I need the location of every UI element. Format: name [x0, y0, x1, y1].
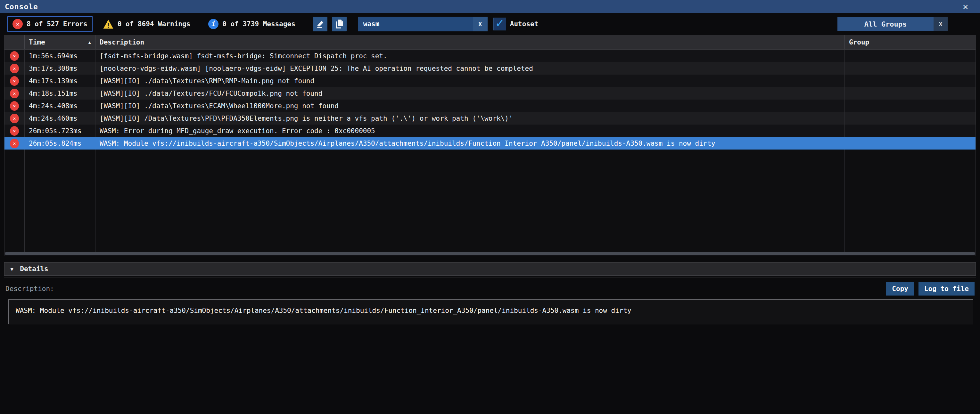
clear-console-button[interactable]	[313, 17, 328, 32]
checkmark-icon: ✓	[496, 16, 504, 29]
error-icon: ✕	[10, 114, 19, 123]
row-description: [fsdt-msfs-bridge.wasm] fsdt-msfs-bridge…	[95, 50, 845, 62]
row-group	[845, 87, 975, 100]
details-toolbar: Description: Copy Log to file	[5, 281, 975, 297]
row-time: 26m:05s.824ms	[25, 137, 95, 149]
description-label: Description:	[5, 285, 54, 293]
warning-icon	[103, 19, 114, 29]
row-time: 4m:17s.139ms	[25, 75, 95, 87]
row-description: [WASM][IO] /Data\Textures\PFD\PFDA350Ele…	[95, 112, 845, 125]
row-group	[845, 75, 975, 87]
row-group	[845, 125, 975, 137]
console-table-body: ✕1m:56s.694ms[fsdt-msfs-bridge.wasm] fsd…	[5, 50, 975, 149]
row-group	[845, 100, 975, 112]
details-separator	[4, 278, 976, 278]
autoset-checkbox[interactable]: ✓	[493, 17, 506, 30]
row-severity-cell: ✕	[5, 112, 25, 125]
row-group	[845, 112, 975, 125]
row-severity-cell: ✕	[5, 100, 25, 112]
error-icon: ✕	[10, 76, 19, 86]
error-icon: ✕	[10, 51, 19, 61]
table-row[interactable]: ✕26m:05s.824msWASM: Module vfs://inibuil…	[5, 137, 975, 149]
log-to-file-button[interactable]: Log to file	[918, 282, 975, 295]
row-description: [WASM][IO] ./data\Textures\RMP\RMP-Main.…	[95, 75, 845, 87]
details-header[interactable]: ▼ Details	[4, 262, 976, 276]
filler-group-column	[845, 149, 975, 252]
row-time: 4m:24s.460ms	[25, 112, 95, 125]
chevron-down-icon: ▼	[10, 266, 13, 272]
search-input[interactable]	[358, 17, 473, 32]
console-window: Console ✕ ✕ 8 of 527 Errors 0 of 8694 Wa…	[0, 0, 980, 414]
sort-ascending-icon: ▲	[88, 40, 91, 45]
scrollbar-thumb[interactable]	[5, 252, 975, 255]
table-row[interactable]: ✕4m:18s.151ms[WASM][IO] ./data/Textures/…	[5, 87, 975, 100]
copy-log-button[interactable]	[332, 17, 347, 32]
row-description: WASM: Error during MFD_gauge_draw execut…	[95, 125, 845, 137]
group-column-label: Group	[849, 38, 869, 46]
table-row[interactable]: ✕1m:56s.694ms[fsdt-msfs-bridge.wasm] fsd…	[5, 50, 975, 62]
filler-description-column	[95, 149, 845, 252]
row-severity-cell: ✕	[5, 87, 25, 100]
row-description: [noolaero-vdgs-eidw.wasm] [noolaero-vdgs…	[95, 62, 845, 75]
errors-filter-button[interactable]: ✕ 8 of 527 Errors	[7, 16, 92, 32]
groups-filter: All Groups X	[837, 17, 948, 31]
details-buttons: Copy Log to file	[886, 282, 975, 295]
row-description: [WASM][IO] ./data\Textures\ECAM\Wheel100…	[95, 100, 845, 112]
table-header: Time ▲ Description Group	[5, 35, 975, 50]
row-description: [WASM][IO] ./data/Textures/FCU/FCUCompo1…	[95, 87, 845, 100]
header-group-column[interactable]: Group	[845, 35, 975, 49]
row-severity-cell: ✕	[5, 125, 25, 137]
table-row[interactable]: ✕26m:05s.723msWASM: Error during MFD_gau…	[5, 125, 975, 137]
error-icon: ✕	[10, 139, 19, 148]
row-severity-cell: ✕	[5, 50, 25, 62]
error-icon: ✕	[10, 89, 19, 98]
description-column-label: Description	[100, 38, 144, 46]
row-severity-cell: ✕	[5, 62, 25, 75]
time-column-label: Time	[29, 38, 45, 46]
title-bar: Console ✕	[0, 0, 980, 13]
row-time: 26m:05s.723ms	[25, 125, 95, 137]
eraser-icon	[315, 19, 325, 29]
log-table: Time ▲ Description Group ✕1m:56s.694ms[f…	[4, 35, 976, 255]
table-row[interactable]: ✕4m:17s.139ms[WASM][IO] ./data\Textures\…	[5, 75, 975, 87]
table-row[interactable]: ✕3m:17s.308ms[noolaero-vdgs-eidw.wasm] […	[5, 62, 975, 75]
messages-filter-button[interactable]: i 0 of 3739 Messages	[204, 17, 300, 32]
details-description-box[interactable]: WASM: Module vfs://inibuilds-aircraft-a3…	[8, 299, 973, 324]
table-row[interactable]: ✕4m:24s.460ms[WASM][IO] /Data\Textures\P…	[5, 112, 975, 125]
row-description: WASM: Module vfs://inibuilds-aircraft-a3…	[95, 137, 845, 149]
groups-dropdown[interactable]: All Groups	[837, 17, 934, 31]
row-time: 3m:17s.308ms	[25, 62, 95, 75]
warnings-count-label: 0 of 8694 Warnings	[118, 20, 191, 28]
window-title: Console	[5, 3, 38, 11]
error-icon: ✕	[10, 64, 19, 73]
error-icon: ✕	[13, 19, 23, 29]
details-title: Details	[20, 265, 48, 273]
row-group	[845, 137, 975, 149]
horizontal-scrollbar[interactable]	[5, 252, 975, 255]
filler-icon-column	[5, 149, 25, 252]
toolbar: ✕ 8 of 527 Errors 0 of 8694 Warnings i 0…	[0, 13, 980, 35]
header-description-column[interactable]: Description	[95, 35, 845, 49]
details-empty-area	[0, 324, 980, 414]
copy-button[interactable]: Copy	[886, 282, 914, 295]
table-empty-area	[5, 149, 975, 252]
messages-count-label: 0 of 3739 Messages	[222, 20, 295, 28]
row-time: 4m:24s.408ms	[25, 100, 95, 112]
header-icon-column	[5, 35, 25, 49]
row-time: 1m:56s.694ms	[25, 50, 95, 62]
info-icon: i	[208, 19, 218, 29]
search-box: X	[358, 17, 488, 32]
table-row[interactable]: ✕4m:24s.408ms[WASM][IO] ./data\Textures\…	[5, 100, 975, 112]
header-time-column[interactable]: Time ▲	[25, 35, 95, 49]
close-icon[interactable]: ✕	[963, 2, 968, 11]
panel-gap	[0, 255, 980, 262]
pages-icon	[335, 19, 344, 29]
row-group	[845, 50, 975, 62]
row-severity-cell: ✕	[5, 75, 25, 87]
warnings-filter-button[interactable]: 0 of 8694 Warnings	[99, 17, 195, 32]
error-icon: ✕	[10, 126, 19, 136]
row-severity-cell: ✕	[5, 137, 25, 149]
errors-count-label: 8 of 527 Errors	[27, 20, 88, 28]
groups-clear-button[interactable]: X	[934, 17, 948, 31]
search-clear-button[interactable]: X	[473, 17, 488, 32]
